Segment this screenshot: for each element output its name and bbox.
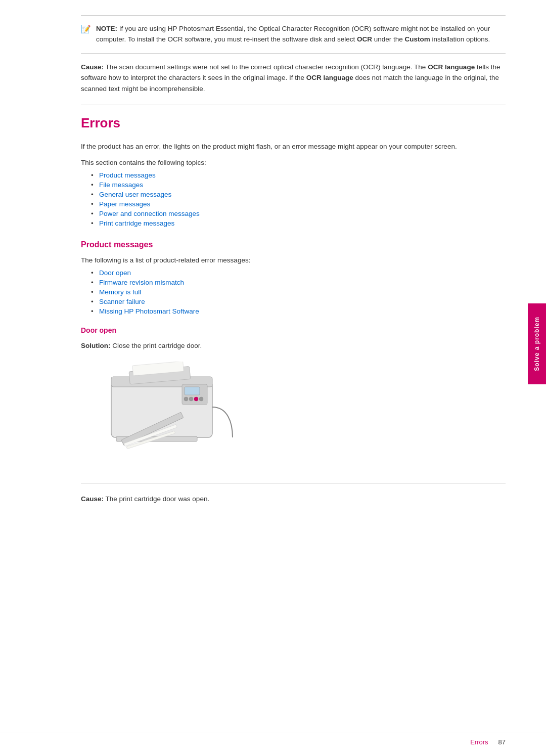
list-item: General user messages (91, 191, 506, 198)
topic-link-power[interactable]: Power and connection messages (99, 210, 200, 217)
list-item: Paper messages (91, 200, 506, 208)
cause-bottom-text: The print cartridge door was open. (106, 495, 210, 503)
list-item: File messages (91, 181, 506, 189)
page-footer: Errors 87 (0, 733, 546, 746)
note-label: NOTE: (96, 25, 117, 32)
link-missing-software[interactable]: Missing HP Photosmart Software (99, 307, 199, 315)
topic-link-paper[interactable]: Paper messages (99, 200, 150, 208)
cause-top-text: The scan document settings were not set … (81, 63, 500, 93)
topics-list: Product messages File messages General u… (91, 171, 506, 227)
note-icon: 📝 (81, 24, 91, 45)
main-content: 📝 NOTE: If you are using HP Photosmart E… (81, 0, 506, 504)
svg-point-4 (184, 397, 188, 401)
product-messages-intro: The following is a list of product-relat… (81, 256, 506, 264)
list-item: Print cartridge messages (91, 219, 506, 227)
intro-para1: If the product has an error, the lights … (81, 141, 506, 152)
link-memory-full[interactable]: Memory is full (99, 288, 141, 296)
topic-link-file[interactable]: File messages (99, 181, 143, 189)
solution-text: Close the print cartridge door. (112, 342, 202, 349)
product-messages-section: Product messages The following is a list… (81, 240, 506, 504)
list-item: Missing HP Photosmart Software (91, 307, 506, 315)
list-item: Scanner failure (91, 298, 506, 305)
note-custom-bold: Custom (405, 35, 430, 43)
link-scanner-failure[interactable]: Scanner failure (99, 298, 145, 305)
topic-link-cartridge[interactable]: Print cartridge messages (99, 219, 174, 227)
door-open-heading: Door open (81, 326, 506, 334)
top-divider (81, 15, 506, 16)
sidebar-tab-label: Solve a problem (533, 317, 540, 371)
cause-top-label: Cause: (81, 63, 104, 71)
svg-point-6 (194, 397, 198, 401)
footer-page-num: 87 (498, 738, 506, 746)
page-container: Solve a problem 📝 NOTE: If you are using… (0, 0, 546, 756)
svg-point-7 (199, 397, 203, 401)
sidebar-tab: Solve a problem (528, 303, 546, 384)
svg-rect-3 (185, 387, 200, 395)
list-item: Firmware revision mismatch (91, 279, 506, 286)
link-door-open[interactable]: Door open (99, 269, 131, 277)
note-text: NOTE: If you are using HP Photosmart Ess… (96, 24, 506, 45)
note-ocr-bold: OCR (357, 35, 372, 43)
topic-link-general[interactable]: General user messages (99, 191, 171, 198)
errors-heading: Errors (81, 115, 506, 131)
note-body: If you are using HP Photosmart Essential… (96, 25, 490, 43)
solution-block: Solution: Close the print cartridge door… (81, 340, 506, 351)
cause-bottom-label: Cause: (81, 495, 104, 503)
product-messages-heading: Product messages (81, 240, 506, 249)
note-block: 📝 NOTE: If you are using HP Photosmart E… (81, 24, 506, 54)
footer-section-name: Errors (470, 738, 488, 746)
ocr-lang-bold1: OCR language (428, 63, 475, 71)
printer-image-container (96, 362, 238, 473)
link-firmware[interactable]: Firmware revision mismatch (99, 279, 184, 286)
topics-intro: This section contains the following topi… (81, 159, 506, 166)
solution-label: Solution: (81, 342, 110, 349)
footer-right: Errors 87 (470, 738, 506, 746)
printer-illustration (96, 362, 238, 473)
svg-point-5 (189, 397, 193, 401)
list-item: Door open (91, 269, 506, 277)
list-item: Memory is full (91, 288, 506, 296)
topic-link-product[interactable]: Product messages (99, 171, 156, 179)
list-item: Product messages (91, 171, 506, 179)
ocr-lang-bold2: OCR language (306, 74, 353, 81)
door-open-section: Door open Solution: Close the print cart… (81, 326, 506, 504)
product-messages-list: Door open Firmware revision mismatch Mem… (91, 269, 506, 315)
list-item: Power and connection messages (91, 210, 506, 217)
cause-top-block: Cause: The scan document settings were n… (81, 62, 506, 105)
cause-bottom-block: Cause: The print cartridge door was open… (81, 483, 506, 505)
